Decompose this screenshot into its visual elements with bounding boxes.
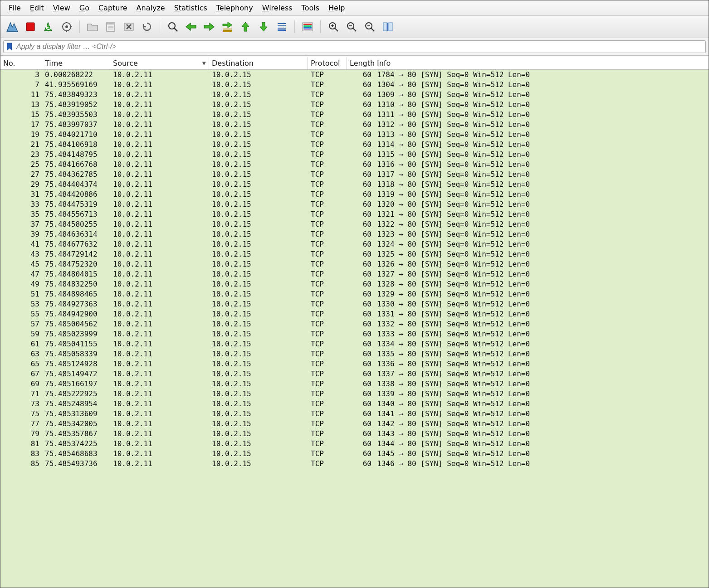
packet-row[interactable]: 5775.48500456210.0.2.1110.0.2.15TCP60133… — [0, 319, 709, 329]
close-file-button[interactable] — [121, 19, 137, 35]
zoom-reset-button[interactable] — [362, 19, 378, 35]
svg-rect-40 — [383, 23, 387, 31]
zoom-in-button[interactable] — [325, 19, 342, 35]
packet-row[interactable]: 3975.48463631410.0.2.1110.0.2.15TCP60132… — [0, 229, 709, 239]
go-to-packet-button[interactable] — [219, 19, 235, 35]
packet-row[interactable]: 5975.48502399910.0.2.1110.0.2.15TCP60133… — [0, 329, 709, 339]
menu-go[interactable]: Go — [75, 2, 94, 14]
packet-row[interactable]: 8375.48546868310.0.2.1110.0.2.15TCP60134… — [0, 449, 709, 459]
svg-line-30 — [335, 28, 338, 31]
packet-list[interactable]: 30.00026822210.0.2.1110.0.2.15TCP601784 … — [0, 70, 709, 588]
menu-analyze[interactable]: Analyze — [132, 2, 170, 14]
toolbar-separator — [160, 20, 160, 33]
restart-capture-button[interactable] — [40, 19, 57, 35]
packet-row[interactable]: 6775.48514947210.0.2.1110.0.2.15TCP60133… — [0, 369, 709, 379]
col-header-no[interactable]: No. — [0, 57, 42, 69]
packet-row[interactable]: 30.00026822210.0.2.1110.0.2.15TCP601784 … — [0, 70, 709, 80]
packet-row[interactable]: 2775.48436278510.0.2.1110.0.2.15TCP60131… — [0, 170, 709, 180]
reload-file-button[interactable] — [139, 19, 155, 35]
menu-wireless[interactable]: Wireless — [258, 2, 297, 14]
svg-line-37 — [371, 28, 374, 31]
packet-row[interactable]: 4775.48480401510.0.2.1110.0.2.15TCP60132… — [0, 269, 709, 279]
packet-row[interactable]: 8175.48537422510.0.2.1110.0.2.15TCP60134… — [0, 439, 709, 449]
svg-point-15 — [169, 23, 175, 29]
svg-rect-0 — [26, 23, 34, 31]
packet-row[interactable]: 2975.48440437410.0.2.1110.0.2.15TCP60131… — [0, 180, 709, 190]
zoom-out-button[interactable] — [343, 19, 360, 35]
toolbar-separator — [79, 20, 80, 33]
go-first-packet-button[interactable] — [237, 19, 254, 35]
packet-row[interactable]: 3375.48447531910.0.2.1110.0.2.15TCP60132… — [0, 199, 709, 209]
packet-row[interactable]: 2175.48410691810.0.2.1110.0.2.15TCP60131… — [0, 140, 709, 150]
packet-row[interactable]: 4975.48483225010.0.2.1110.0.2.15TCP60132… — [0, 279, 709, 289]
svg-rect-28 — [303, 29, 312, 30]
display-filter-input-wrapper[interactable] — [3, 40, 706, 53]
col-header-time[interactable]: Time — [42, 57, 110, 69]
packet-row[interactable]: 5575.48494290010.0.2.1110.0.2.15TCP60133… — [0, 309, 709, 319]
packet-row[interactable]: 1375.48391905210.0.2.1110.0.2.15TCP60131… — [0, 100, 709, 110]
packet-row[interactable]: 4575.48475232010.0.2.1110.0.2.15TCP60132… — [0, 259, 709, 269]
toolbar-separator — [320, 20, 321, 33]
col-header-info[interactable]: Info — [374, 57, 709, 69]
svg-line-16 — [174, 28, 177, 31]
col-header-protocol[interactable]: Protocol — [308, 57, 347, 69]
packet-row[interactable]: 7375.48524895410.0.2.1110.0.2.15TCP60134… — [0, 399, 709, 409]
packet-row[interactable]: 2575.48416676810.0.2.1110.0.2.15TCP60131… — [0, 160, 709, 170]
packet-row[interactable]: 7975.48535786710.0.2.1110.0.2.15TCP60134… — [0, 429, 709, 439]
menu-view[interactable]: View — [49, 2, 75, 14]
menu-edit[interactable]: Edit — [25, 2, 49, 14]
packet-row[interactable]: 8575.48549373610.0.2.1110.0.2.15TCP60134… — [0, 459, 709, 469]
capture-options-button[interactable] — [59, 19, 75, 35]
packet-row[interactable]: 3775.48458025510.0.2.1110.0.2.15TCP60132… — [0, 219, 709, 229]
svg-rect-38 — [367, 25, 370, 26]
svg-rect-26 — [303, 25, 312, 27]
menu-telephony[interactable]: Telephony — [212, 2, 258, 14]
col-header-length[interactable]: Length — [347, 57, 374, 69]
packet-row[interactable]: 1175.48384932310.0.2.1110.0.2.15TCP60130… — [0, 90, 709, 100]
packet-row[interactable]: 4375.48472914210.0.2.1110.0.2.15TCP60132… — [0, 249, 709, 259]
packet-row[interactable]: 3575.48455671310.0.2.1110.0.2.15TCP60132… — [0, 209, 709, 219]
packet-row[interactable]: 5175.48489846510.0.2.1110.0.2.15TCP60132… — [0, 289, 709, 299]
packet-row[interactable]: 1975.48402171010.0.2.1110.0.2.15TCP60131… — [0, 130, 709, 140]
stop-capture-button[interactable] — [22, 19, 39, 35]
save-file-button[interactable] — [103, 19, 119, 35]
display-filter-input[interactable] — [15, 42, 703, 51]
menu-capture[interactable]: Capture — [94, 2, 132, 14]
menu-help[interactable]: Help — [324, 2, 349, 14]
go-back-button[interactable] — [183, 19, 199, 35]
packet-row[interactable]: 7175.48522292510.0.2.1110.0.2.15TCP60133… — [0, 389, 709, 399]
toolbar-separator — [294, 20, 295, 33]
go-forward-button[interactable] — [201, 19, 217, 35]
display-filter-bar — [0, 38, 709, 56]
packet-row[interactable]: 6575.48512492810.0.2.1110.0.2.15TCP60133… — [0, 359, 709, 369]
svg-line-34 — [353, 28, 356, 31]
packet-row[interactable]: 6375.48505833910.0.2.1110.0.2.15TCP60133… — [0, 349, 709, 359]
auto-scroll-button[interactable] — [274, 19, 290, 35]
packet-row[interactable]: 1575.48393550310.0.2.1110.0.2.15TCP60131… — [0, 110, 709, 120]
packet-row[interactable]: 7575.48531360910.0.2.1110.0.2.15TCP60134… — [0, 409, 709, 419]
packet-row[interactable]: 5375.48492736310.0.2.1110.0.2.15TCP60133… — [0, 299, 709, 309]
packet-row[interactable]: 741.93556916910.0.2.1110.0.2.15TCP601304… — [0, 80, 709, 90]
packet-row[interactable]: 7775.48534200510.0.2.1110.0.2.15TCP60134… — [0, 419, 709, 429]
menu-file[interactable]: File — [4, 2, 25, 14]
packet-row[interactable]: 4175.48467763210.0.2.1110.0.2.15TCP60132… — [0, 239, 709, 249]
wireshark-logo-icon[interactable] — [4, 19, 20, 35]
find-packet-button[interactable] — [165, 19, 181, 35]
packet-row[interactable]: 6975.48516619710.0.2.1110.0.2.15TCP60133… — [0, 379, 709, 389]
svg-rect-41 — [389, 23, 392, 31]
resize-columns-button[interactable] — [380, 19, 396, 35]
colorize-button[interactable] — [299, 19, 316, 35]
col-header-source[interactable]: Source▼ — [110, 57, 209, 69]
go-last-packet-button[interactable] — [255, 19, 272, 35]
svg-rect-8 — [107, 22, 115, 24]
open-file-button[interactable] — [84, 19, 101, 35]
packet-row[interactable]: 2375.48414879510.0.2.1110.0.2.15TCP60131… — [0, 150, 709, 160]
bookmark-icon[interactable] — [6, 43, 13, 51]
packet-row[interactable]: 6175.48504115510.0.2.1110.0.2.15TCP60133… — [0, 339, 709, 349]
packet-row[interactable]: 1775.48399703710.0.2.1110.0.2.15TCP60131… — [0, 120, 709, 130]
menu-statistics[interactable]: Statistics — [170, 2, 212, 14]
menu-tools[interactable]: Tools — [297, 2, 324, 14]
packet-row[interactable]: 3175.48442088610.0.2.1110.0.2.15TCP60131… — [0, 190, 709, 199]
svg-rect-23 — [278, 29, 286, 31]
col-header-destination[interactable]: Destination — [209, 57, 308, 69]
